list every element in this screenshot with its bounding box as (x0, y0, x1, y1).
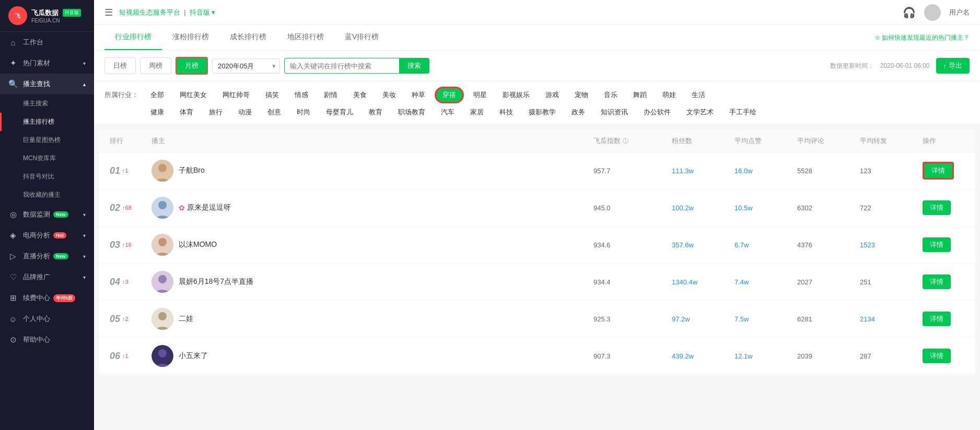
sidebar-item-help[interactable]: ⊙ 帮助中心 (0, 329, 94, 350)
avatar (924, 4, 941, 21)
industry-pets[interactable]: 宠物 (568, 88, 594, 102)
tab-region-rank[interactable]: 地区排行榜 (277, 25, 334, 50)
sidebar-item-streamer-ranking[interactable]: 播主排行榜 (0, 113, 94, 131)
sidebar-item-data-monitor[interactable]: ◎ 数据监测 New ▾ (0, 204, 94, 225)
score-info-icon[interactable]: ⓘ (623, 138, 628, 144)
person-icon: ☺ (8, 315, 18, 324)
rank-change-4: ↑3 (122, 279, 129, 285)
industry-creative[interactable]: 创意 (261, 105, 287, 119)
industry-literature[interactable]: 文学艺术 (680, 105, 720, 119)
platform-title: 短视频生态服务平台 | 抖音版 ▾ (119, 8, 215, 17)
industry-cars[interactable]: 汽车 (435, 105, 461, 119)
detail-btn-1[interactable]: 详情 (923, 162, 954, 180)
sidebar-item-workspace[interactable]: ⌂ 工作台 (0, 32, 94, 53)
industry-all[interactable]: 全部 (144, 88, 170, 102)
industry-entertainment[interactable]: 影视娱乐 (496, 88, 536, 102)
tab-growth-rank[interactable]: 成长排行榜 (219, 25, 277, 50)
industry-anime[interactable]: 动漫 (232, 105, 258, 119)
sidebar-item-favorites[interactable]: 我收藏的播主 (0, 186, 94, 204)
fans-5: 97.2w (672, 315, 734, 323)
sidebar-item-ecommerce[interactable]: ◈ 电商分析 Hot ▾ (0, 225, 94, 246)
industry-drama[interactable]: 剧情 (318, 88, 344, 102)
industry-celebrity[interactable]: 明星 (467, 88, 493, 102)
sidebar-item-streamer-search[interactable]: 🔍 播主查找 ▴ (0, 74, 94, 94)
detail-btn-5[interactable]: 详情 (923, 312, 951, 326)
action-6: 详情 (923, 349, 964, 363)
detail-btn-3[interactable]: 详情 (923, 237, 951, 252)
sidebar-item-mcn[interactable]: MCN资库库 (0, 149, 94, 168)
sidebar-item-brand[interactable]: ♡ 品牌推广 ▾ (0, 267, 94, 288)
sidebar-label-personal: 个人中心 (23, 314, 50, 324)
filter-monthly-btn[interactable]: 月榜 (176, 57, 208, 75)
detail-btn-4[interactable]: 详情 (923, 274, 951, 289)
export-button[interactable]: ↑ 导出 (936, 58, 970, 74)
headset-icon: 🎧 (903, 6, 916, 19)
search-input[interactable] (284, 58, 399, 74)
search-button[interactable]: 搜索 (399, 58, 429, 74)
ranking-table: 排行 播主 飞瓜指数 ⓘ 粉丝数 平均点赞 平均评论 平均转发 操作 01 ↑1 (99, 130, 975, 375)
industry-internet-beauty[interactable]: 网红美女 (173, 88, 213, 102)
platform-sub[interactable]: 抖音版 ▾ (190, 8, 216, 16)
avatar-3 (151, 234, 173, 256)
industry-fashion2[interactable]: 时尚 (290, 105, 317, 119)
industry-planting[interactable]: 种草 (405, 88, 431, 102)
industry-funny[interactable]: 搞笑 (259, 88, 285, 102)
sidebar-item-star-map[interactable]: 巨量星图热榜 (0, 131, 94, 149)
industry-travel[interactable]: 旅行 (203, 105, 229, 119)
industry-fashion[interactable]: 穿搭 (435, 87, 464, 103)
table-row: 01 ↑1 子航Bro 957.7 111.3w 16.0w 5528 123 … (99, 152, 975, 189)
industry-food[interactable]: 美食 (347, 88, 373, 102)
industry-music[interactable]: 音乐 (598, 88, 624, 102)
detail-btn-2[interactable]: 详情 (923, 200, 951, 215)
industry-internet-bro[interactable]: 网红帅哥 (216, 88, 256, 102)
industry-life[interactable]: 生活 (685, 88, 711, 102)
industry-games[interactable]: 游戏 (539, 88, 565, 102)
industry-emotion[interactable]: 情感 (288, 88, 314, 102)
comments-1: 5528 (797, 167, 860, 175)
rank-cell-1: 01 ↑1 (110, 165, 151, 176)
industry-photo[interactable]: 摄影教学 (522, 105, 562, 119)
help-link[interactable]: ⊙ 如何快速发现最近的热门播主？ (875, 25, 970, 50)
comments-5: 6281 (797, 315, 860, 323)
tab-industry-rank[interactable]: 行业排行榜 (104, 25, 162, 50)
sidebar-item-renewal[interactable]: ⊞ 续费中心 年付6折 (0, 288, 94, 308)
score-3: 934.6 (593, 241, 672, 249)
tab-bluev-rank[interactable]: 蓝V排行榜 (334, 25, 389, 50)
hot-badge: Hot (53, 232, 66, 238)
industry-politics[interactable]: 政务 (565, 105, 591, 119)
arrow-up-icon: ▴ (83, 81, 86, 87)
action-3: 详情 (923, 237, 964, 252)
industry-cute[interactable]: 萌娃 (656, 88, 682, 102)
industry-health[interactable]: 健康 (144, 105, 170, 119)
industry-sports[interactable]: 体育 (173, 105, 200, 119)
industry-tech[interactable]: 科技 (493, 105, 519, 119)
industry-office[interactable]: 办公软件 (637, 105, 677, 119)
filter-weekly-btn[interactable]: 周榜 (140, 57, 171, 74)
score-2: 945.0 (593, 204, 672, 212)
update-time-label: 数据更新时间： (830, 62, 874, 70)
sidebar-item-live[interactable]: ▷ 直播分析 New ▾ (0, 246, 94, 267)
industry-workplace[interactable]: 职场教育 (392, 105, 431, 119)
sidebar-item-streamer-search-sub[interactable]: 播主搜索 (0, 94, 94, 113)
rank-change-6: ↑1 (122, 353, 129, 359)
industry-cosmetics[interactable]: 美妆 (376, 88, 402, 102)
star-icon: ✦ (8, 58, 18, 68)
sidebar-label-live: 直播分析 (23, 252, 50, 261)
detail-btn-6[interactable]: 详情 (923, 349, 951, 363)
industry-home[interactable]: 家居 (464, 105, 490, 119)
tab-fan-growth[interactable]: 涨粉排行榜 (162, 25, 219, 50)
filter-daily-btn[interactable]: 日榜 (104, 57, 136, 74)
sidebar-item-hot-materials[interactable]: ✦ 热门素材 ▾ (0, 53, 94, 74)
industry-maternity[interactable]: 母婴育儿 (320, 105, 359, 119)
search-bar: 搜索 (284, 58, 429, 74)
industry-dance[interactable]: 舞蹈 (627, 88, 653, 102)
date-select[interactable]: 2020年05月 (212, 58, 280, 74)
sidebar-item-compare[interactable]: 抖音号对比 (0, 168, 94, 186)
menu-toggle-icon[interactable]: ☰ (104, 7, 113, 18)
industry-handcraft[interactable]: 手工手绘 (723, 105, 763, 119)
logo-sub: FEIGUA.CN (31, 18, 81, 23)
sub-label-streamer-search: 播主搜索 (23, 99, 48, 108)
sidebar-item-personal[interactable]: ☺ 个人中心 (0, 308, 94, 329)
industry-knowledge[interactable]: 知识资讯 (594, 105, 634, 119)
industry-education[interactable]: 教育 (363, 105, 389, 119)
